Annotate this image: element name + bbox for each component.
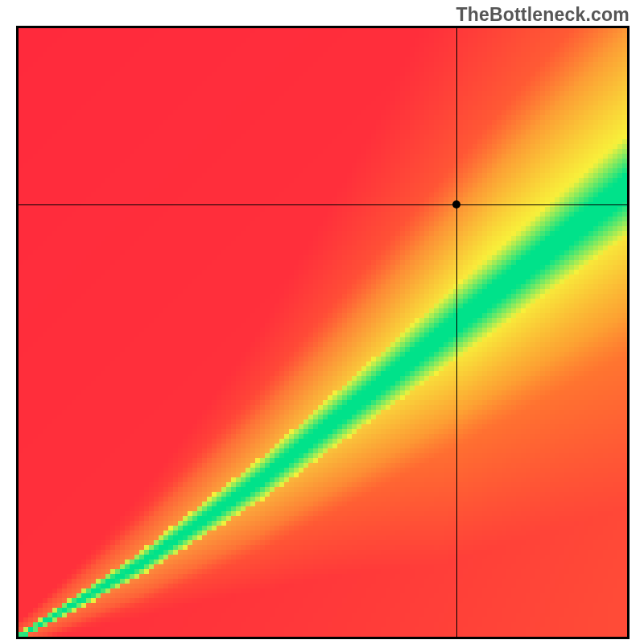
crosshair-marker: [452, 200, 460, 208]
heatmap-plot: [16, 26, 630, 639]
crosshair-vertical: [456, 28, 457, 637]
watermark-label: TheBottleneck.com: [456, 4, 630, 26]
heatmap-canvas: [19, 28, 627, 637]
crosshair-horizontal: [19, 204, 627, 205]
